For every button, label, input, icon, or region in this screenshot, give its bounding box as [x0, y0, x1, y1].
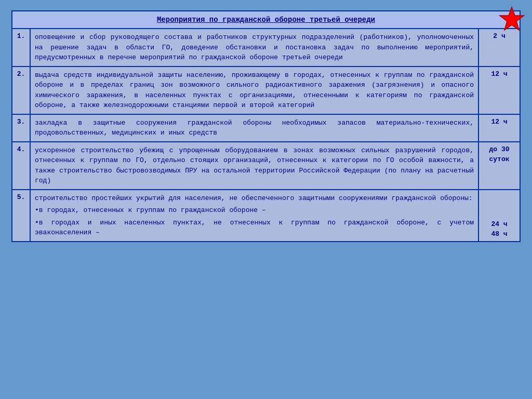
row-time-5: 24 ч 48 ч — [478, 190, 520, 241]
row-content-4: ускоренное строительство убежищ с упроще… — [31, 142, 478, 189]
row-content-5: строительство простейших укрытий для нас… — [31, 190, 478, 241]
row-content-1: оповещение и сбор руководящего состава и… — [31, 29, 478, 66]
table-row: 1. оповещение и сбор руководящего состав… — [12, 29, 520, 67]
svg-marker-0 — [500, 7, 524, 30]
table-row: 2. выдача средств индивидуальной защиты … — [12, 67, 520, 115]
row-content-5-line3: •в городах и иных населенных пунктах, не… — [35, 218, 474, 238]
table-body: 1. оповещение и сбор руководящего состав… — [12, 29, 520, 241]
row-num-1: 1. — [12, 29, 31, 66]
row-time-3: 12 ч — [478, 115, 520, 141]
row-content-3: закладка в защитные сооружения гражданск… — [31, 115, 478, 141]
row-content-5-line2: •в городах, отнесенных к группам по граж… — [35, 205, 474, 216]
row-num-5: 5. — [12, 190, 31, 241]
table-header: Мероприятия по гражданской обороне треть… — [12, 11, 520, 29]
header-title: Мероприятия по гражданской обороне треть… — [157, 16, 375, 24]
row-content-5-line1: строительство простейших укрытий для нас… — [35, 193, 474, 204]
row-content-2: выдача средств индивидуальной защиты нас… — [31, 67, 478, 114]
table-row: 5. строительство простейших укрытий для … — [12, 190, 520, 241]
time-group-4: до 30 суток — [489, 145, 509, 163]
table-row: 4. ускоренное строительство убежищ с упр… — [12, 142, 520, 190]
row-time-4: до 30 суток — [478, 142, 520, 189]
star-icon — [499, 6, 525, 32]
row-num-4: 4. — [12, 142, 31, 189]
time-group-5: 24 ч 48 ч — [491, 193, 507, 238]
table-row: 3. закладка в защитные сооружения гражда… — [12, 115, 520, 142]
main-table: Мероприятия по гражданской обороне треть… — [11, 10, 521, 242]
row-num-3: 3. — [12, 115, 31, 141]
row-num-2: 2. — [12, 67, 31, 114]
row-time-2: 12 ч — [478, 67, 520, 114]
row-time-1: 2 ч — [478, 29, 520, 66]
